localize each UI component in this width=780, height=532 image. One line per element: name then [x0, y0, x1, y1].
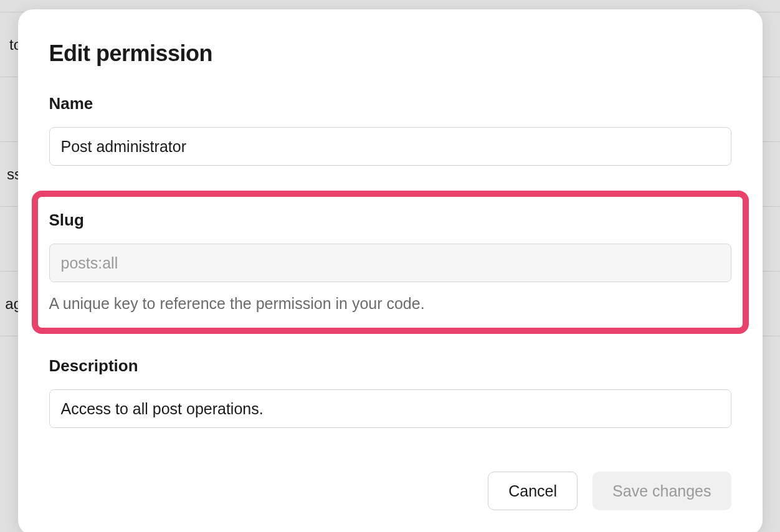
name-label: Name	[49, 94, 731, 113]
save-changes-button[interactable]: Save changes	[592, 472, 731, 510]
slug-highlight-box: Slug A unique key to reference the permi…	[32, 191, 749, 334]
modal-title: Edit permission	[49, 40, 731, 67]
description-label: Description	[49, 356, 731, 376]
slug-help-text: A unique key to reference the permission…	[49, 295, 731, 313]
cancel-button[interactable]: Cancel	[488, 472, 578, 510]
modal-overlay: Edit permission Name Slug A unique key t…	[0, 0, 780, 532]
name-field-group: Name	[49, 94, 731, 166]
modal-footer: Cancel Save changes	[49, 472, 731, 510]
edit-permission-modal: Edit permission Name Slug A unique key t…	[18, 9, 763, 532]
slug-label: Slug	[49, 211, 731, 230]
description-input[interactable]	[49, 389, 731, 428]
slug-input[interactable]	[49, 244, 731, 282]
description-field-group: Description	[49, 356, 731, 428]
name-input[interactable]	[49, 127, 731, 166]
